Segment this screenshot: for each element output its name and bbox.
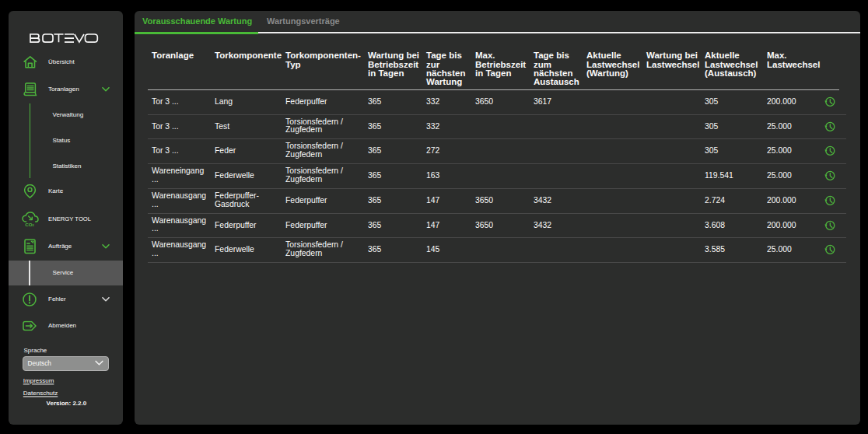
svg-text:CO2: CO2 [25,222,34,227]
